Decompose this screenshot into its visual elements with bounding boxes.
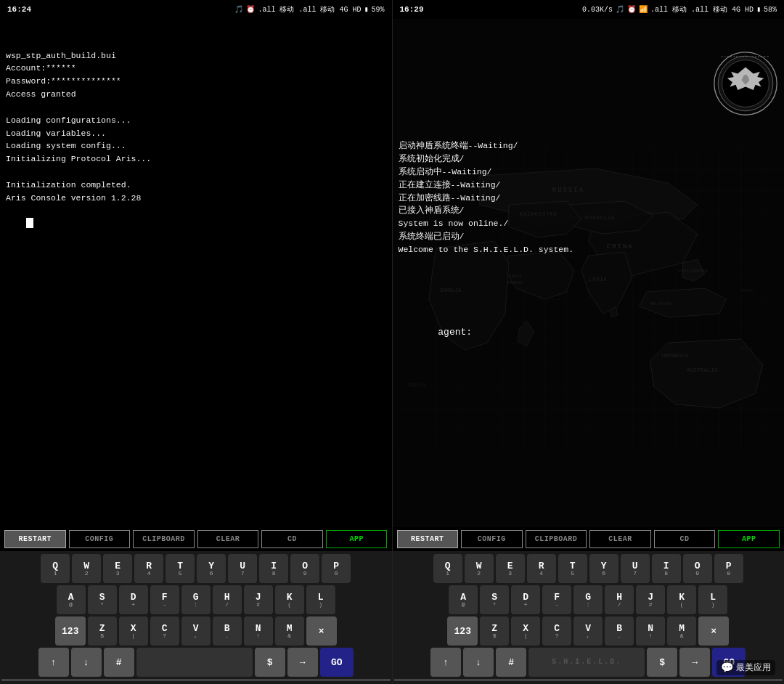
left-clipboard-button[interactable]: CLIPBOARD xyxy=(133,530,195,548)
right-agent-input[interactable]: agent: xyxy=(399,308,779,357)
key-u[interactable]: U7 xyxy=(228,554,257,583)
bluetooth-icon: 🎵 xyxy=(234,5,243,14)
right-config-button[interactable]: CONFIG xyxy=(461,530,523,548)
key-y[interactable]: Y6 xyxy=(589,554,618,583)
right-alarm-icon: ⏰ xyxy=(627,5,636,14)
key-l[interactable]: L) xyxy=(306,585,335,614)
key-f[interactable]: F- xyxy=(542,585,571,614)
right-clear-button[interactable]: CLEAR xyxy=(589,530,651,548)
key-k[interactable]: K( xyxy=(275,585,304,614)
key-v[interactable]: V, xyxy=(181,616,211,646)
key-t[interactable]: T5 xyxy=(558,554,587,583)
key-j[interactable]: J# xyxy=(244,585,273,614)
left-key-arrow[interactable]: → xyxy=(287,648,318,677)
right-time: 16:29 xyxy=(400,5,424,14)
key-h[interactable]: H/ xyxy=(605,585,634,614)
key-i[interactable]: I8 xyxy=(259,554,288,583)
key-g[interactable]: G: xyxy=(573,585,603,614)
key-u[interactable]: U7 xyxy=(621,554,650,583)
key-r[interactable]: R4 xyxy=(134,554,163,583)
right-key-up[interactable]: ↑ xyxy=(430,648,461,677)
key-s[interactable]: S* xyxy=(480,585,509,614)
right-cd-button[interactable]: CD xyxy=(654,530,716,548)
key-v[interactable]: V, xyxy=(573,616,603,646)
right-key-space[interactable]: S.H.I.E.L.D. xyxy=(528,648,645,677)
key-b[interactable]: B. xyxy=(605,616,634,646)
left-key-dollar[interactable]: $ xyxy=(255,648,285,677)
terminal-line xyxy=(6,166,386,179)
battery-icon: ▮ xyxy=(364,5,368,14)
key-123[interactable]: 123 xyxy=(55,616,86,646)
left-phone-panel: 16:24 🎵 ⏰ .all 移动 .all 移动 4G HD ▮ 59% ws… xyxy=(0,0,393,684)
left-clear-button[interactable]: CLEAR xyxy=(197,530,259,548)
key-m[interactable]: M& xyxy=(667,616,696,646)
right-key-hash[interactable]: # xyxy=(496,648,526,677)
right-restart-button[interactable]: RESTART xyxy=(397,530,459,548)
key-n[interactable]: N! xyxy=(244,616,273,646)
key-w[interactable]: W2 xyxy=(72,554,101,583)
watermark: 💬 最美应用 xyxy=(716,660,775,675)
left-key-go[interactable]: GO xyxy=(320,648,354,677)
key-x[interactable]: X| xyxy=(119,616,148,646)
key-y[interactable]: Y6 xyxy=(197,554,226,583)
key-q[interactable]: Q1 xyxy=(41,554,70,583)
key-e[interactable]: E3 xyxy=(103,554,132,583)
right-clipboard-button[interactable]: CLIPBOARD xyxy=(526,530,587,548)
right-key-down[interactable]: ↓ xyxy=(463,648,494,677)
terminal-line: Loading variables... xyxy=(6,127,386,140)
key-g[interactable]: G: xyxy=(181,585,211,614)
key-123[interactable]: 123 xyxy=(447,616,478,646)
left-restart-button[interactable]: RESTART xyxy=(4,530,66,548)
key-m[interactable]: M& xyxy=(275,616,304,646)
left-key-down[interactable]: ↓ xyxy=(71,648,102,677)
key-a[interactable]: A@ xyxy=(57,585,86,614)
key-z[interactable]: Z$ xyxy=(88,616,117,646)
right-status-bar: 16:29 0.03K/s 🎵 ⏰ 📶 .all 移动 .all 移动 4G H… xyxy=(393,0,785,19)
key-d[interactable]: D+ xyxy=(119,585,148,614)
right-key-arrow[interactable]: → xyxy=(679,648,710,677)
key-w[interactable]: W2 xyxy=(465,554,494,583)
key-k[interactable]: K( xyxy=(667,585,696,614)
right-app-button[interactable]: APP xyxy=(718,530,780,548)
alarm-icon: ⏰ xyxy=(246,5,255,14)
key-c[interactable]: C? xyxy=(150,616,179,646)
terminal-line: Initialization completed. xyxy=(6,179,386,192)
key-b[interactable]: B. xyxy=(213,616,242,646)
right-key-dollar[interactable]: $ xyxy=(647,648,677,677)
left-key-row-3: 123Z$X|C?V,B.N!M&× xyxy=(1,616,391,646)
left-cd-button[interactable]: CD xyxy=(261,530,323,548)
key-l[interactable]: L) xyxy=(698,585,727,614)
key-s[interactable]: S* xyxy=(88,585,117,614)
key-d[interactable]: D+ xyxy=(511,585,540,614)
key-e[interactable]: E3 xyxy=(496,554,525,583)
left-key-up[interactable]: ↑ xyxy=(38,648,69,677)
key-q[interactable]: Q1 xyxy=(433,554,462,583)
terminal-line: 系统启动中--Waiting/ xyxy=(399,166,779,179)
key-t[interactable]: T5 xyxy=(166,554,195,583)
left-key-hash[interactable]: # xyxy=(104,648,134,677)
key-z[interactable]: Z$ xyxy=(480,616,509,646)
terminal-line: Loading system config... xyxy=(6,139,386,152)
right-phone-panel: 16:29 0.03K/s 🎵 ⏰ 📶 .all 移动 .all 移动 4G H… xyxy=(393,0,785,684)
left-status-icons: 🎵 ⏰ .all 移动 .all 移动 4G HD ▮ 59% xyxy=(234,4,384,15)
left-config-button[interactable]: CONFIG xyxy=(69,530,131,548)
key-del[interactable]: × xyxy=(306,616,337,646)
key-p[interactable]: P0 xyxy=(714,554,743,583)
key-r[interactable]: R4 xyxy=(527,554,556,583)
key-del[interactable]: × xyxy=(698,616,729,646)
left-cursor xyxy=(26,218,33,228)
left-key-space[interactable] xyxy=(136,648,253,677)
key-n[interactable]: N! xyxy=(636,616,665,646)
key-o[interactable]: O9 xyxy=(683,554,712,583)
terminal-line: 系统终端已启动/ xyxy=(399,230,779,243)
key-c[interactable]: C? xyxy=(542,616,571,646)
key-j[interactable]: J# xyxy=(636,585,665,614)
key-p[interactable]: P0 xyxy=(322,554,351,583)
key-a[interactable]: A@ xyxy=(449,585,478,614)
key-o[interactable]: O9 xyxy=(290,554,319,583)
key-i[interactable]: I8 xyxy=(652,554,681,583)
key-h[interactable]: H/ xyxy=(213,585,242,614)
left-app-button[interactable]: APP xyxy=(326,530,388,548)
key-x[interactable]: X| xyxy=(511,616,540,646)
key-f[interactable]: F- xyxy=(150,585,179,614)
